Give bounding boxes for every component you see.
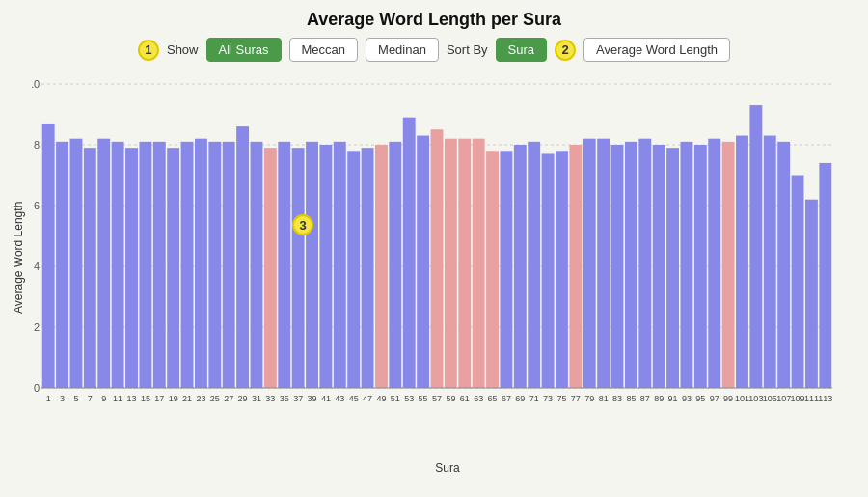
btn-sort-awl[interactable]: Average Word Length — [583, 38, 730, 62]
x-axis-label: Sura — [32, 461, 863, 475]
chart-canvas-wrap: 3 — [32, 69, 854, 459]
badge-3: 3 — [292, 214, 313, 235]
chart-inner: 3 Sura — [32, 69, 863, 475]
btn-sort-sura[interactable]: Sura — [496, 38, 547, 62]
sort-label: Sort By — [447, 42, 488, 57]
btn-all-suras[interactable]: All Suras — [206, 38, 282, 62]
bar-chart — [32, 69, 842, 427]
show-label: Show — [167, 42, 199, 57]
btn-meccan[interactable]: Meccan — [289, 38, 359, 62]
badge-2: 2 — [555, 40, 576, 61]
page-title: Average Word Length per Sura — [307, 10, 561, 30]
badge-3-container: 3 — [292, 214, 313, 235]
controls-bar: 1 Show All Suras Meccan Medinan Sort By … — [138, 38, 730, 62]
badge-1: 1 — [138, 40, 159, 61]
btn-medinan[interactable]: Medinan — [366, 38, 439, 62]
y-axis-label: Average Word Length — [5, 79, 32, 436]
page: Average Word Length per Sura 1 Show All … — [0, 0, 868, 497]
chart-area: Average Word Length 3 Sura — [5, 69, 863, 475]
